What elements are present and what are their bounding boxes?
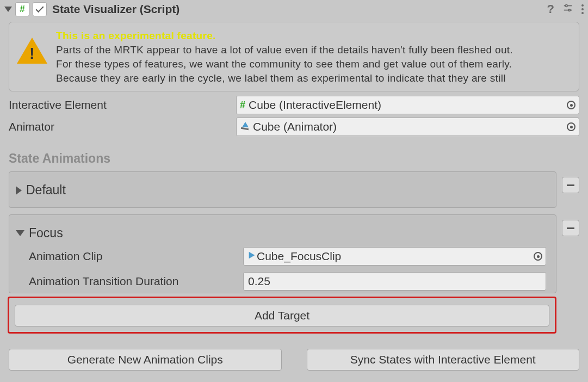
state-default-label: Default [26,183,66,198]
state-default-group[interactable]: Default [9,171,556,208]
script-icon: # [15,2,29,16]
animator-value: Cube (Animator) [253,120,567,133]
state-focus-header[interactable]: Focus [16,226,546,241]
state-focus-label: Focus [29,226,63,241]
remove-focus-button[interactable] [562,220,579,236]
remove-default-button[interactable] [562,177,579,193]
transition-duration-input[interactable] [243,272,546,291]
state-animations-heading: State Animations [9,151,579,166]
svg-point-2 [566,5,568,7]
animator-label: Animator [9,120,236,133]
add-target-highlight: Add Target [8,297,556,334]
animation-clip-label: Animation Clip [29,250,243,263]
object-picker-icon[interactable] [567,101,575,109]
warning-line: For these types of features, we want the… [56,57,513,71]
animation-clip-field[interactable]: Cube_FocusClip [243,247,546,266]
interactive-element-value: Cube (InteractiveElement) [249,98,567,112]
svg-marker-4 [249,252,255,259]
context-menu-icon[interactable] [581,4,584,14]
animator-field[interactable]: Cube (Animator) [236,118,579,136]
component-enabled-checkbox[interactable] [33,2,47,16]
warning-heading: This is an experimental feature. [56,29,513,43]
experimental-warning-box: ! This is an experimental feature. Parts… [9,22,579,91]
interactive-element-field[interactable]: # Cube (InteractiveElement) [236,96,579,114]
state-focus-group: Focus Animation Clip Cube_FocusClip Anim… [9,214,556,293]
preset-icon[interactable] [563,3,573,16]
svg-point-3 [568,9,571,11]
script-icon: # [240,100,245,111]
warning-line: Because they are early in the cycle, we … [56,71,513,85]
help-icon[interactable]: ? [547,2,554,16]
component-foldout-icon[interactable] [4,7,12,12]
object-picker-icon[interactable] [534,252,542,261]
transition-duration-label: Animation Transition Duration [29,275,243,288]
warning-icon: ! [17,38,47,64]
warning-line: Parts of the MRTK appear to have a lot o… [56,43,513,57]
animator-icon [240,122,251,132]
add-target-button[interactable]: Add Target [15,305,549,326]
component-title: State Visualizer (Script) [52,3,547,16]
chevron-down-icon [16,230,24,236]
sync-states-button[interactable]: Sync States with Interactive Element [307,349,580,371]
animation-clip-value: Cube_FocusClip [257,250,534,263]
interactive-element-label: Interactive Element [9,98,236,112]
chevron-right-icon [16,186,22,195]
animation-clip-icon [247,250,257,263]
object-picker-icon[interactable] [567,122,575,131]
generate-clips-button[interactable]: Generate New Animation Clips [9,349,282,371]
